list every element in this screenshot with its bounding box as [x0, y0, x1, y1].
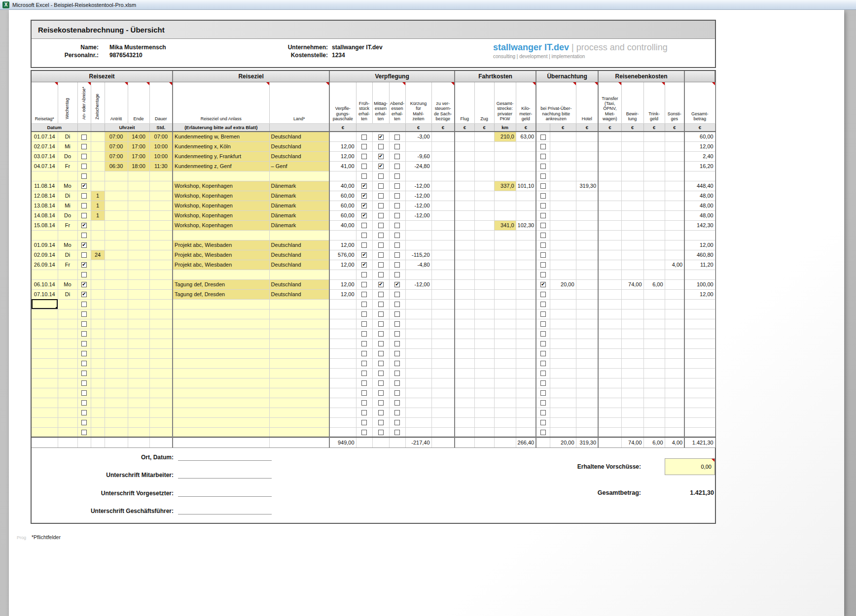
cell-km_total[interactable] — [494, 270, 516, 279]
cell-train[interactable] — [474, 230, 494, 240]
cell-country[interactable] — [269, 309, 329, 319]
travel-checkbox[interactable] — [81, 292, 87, 297]
cell-weekday[interactable] — [58, 398, 77, 408]
cell-weekday[interactable] — [58, 378, 77, 388]
cell-benefits[interactable] — [431, 368, 455, 378]
cell-km_total[interactable] — [494, 210, 516, 220]
cell-other[interactable] — [665, 339, 684, 348]
cell-other[interactable] — [665, 348, 684, 358]
cell-lunch_cb[interactable] — [372, 230, 389, 240]
lunch-checkbox[interactable] — [378, 410, 384, 415]
cell-travel_cb[interactable] — [77, 329, 91, 339]
cell-km_money[interactable] — [516, 309, 536, 319]
cell-benefits[interactable] — [431, 161, 455, 171]
cell-dinner_cb[interactable] — [389, 240, 405, 250]
cell-total[interactable] — [684, 270, 715, 279]
cell-lunch_cb[interactable] — [372, 299, 389, 309]
cell-flight[interactable] — [455, 191, 474, 201]
cell-interim[interactable] — [91, 319, 105, 329]
cell-country[interactable]: Dänemark — [269, 201, 329, 210]
cell-km_total[interactable] — [494, 398, 516, 408]
cell-reduction[interactable]: -24,80 — [405, 161, 431, 171]
cell-catering[interactable] — [621, 339, 643, 348]
cell-benefits[interactable] — [431, 289, 455, 299]
cell-weekday[interactable]: Di — [58, 191, 77, 201]
cell-private_cb[interactable] — [536, 289, 550, 299]
cell-tip[interactable] — [643, 181, 665, 191]
cell-benefits[interactable] — [431, 250, 455, 260]
cell-private_cb[interactable] — [536, 427, 550, 437]
cell-km_money[interactable] — [516, 141, 536, 151]
cell-catering[interactable] — [621, 319, 643, 329]
cell-date[interactable] — [32, 388, 58, 398]
cell-reduction[interactable]: -12,00 — [405, 210, 431, 220]
cell-tip[interactable] — [643, 230, 665, 240]
dinner-checkbox[interactable] — [394, 252, 400, 258]
cell-duration[interactable] — [149, 329, 173, 339]
cell-purpose[interactable] — [173, 230, 269, 240]
cell-tip[interactable] — [643, 250, 665, 260]
cell-tip[interactable] — [643, 398, 665, 408]
cell-allowance[interactable]: 12,00 — [329, 240, 356, 250]
breakfast-checkbox[interactable] — [361, 321, 367, 327]
cell-km_total[interactable] — [494, 348, 516, 358]
travel-checkbox[interactable] — [81, 341, 87, 346]
lunch-checkbox[interactable] — [378, 420, 384, 425]
cell-dinner_cb[interactable] — [389, 270, 405, 279]
cell-dinner_cb[interactable] — [389, 141, 405, 151]
cell-hotel[interactable] — [576, 339, 598, 348]
private-checkbox[interactable] — [540, 164, 546, 169]
cell-lunch_cb[interactable] — [372, 279, 389, 289]
travel-checkbox[interactable] — [81, 390, 87, 396]
cell-other[interactable] — [665, 319, 684, 329]
cell-purpose[interactable]: Tagung def, Dresden — [173, 279, 269, 289]
cell-other[interactable] — [665, 161, 684, 171]
cell-country[interactable]: Deutschland — [269, 289, 329, 299]
dinner-checkbox[interactable] — [394, 400, 400, 406]
cell-weekday[interactable]: Di — [58, 289, 77, 299]
cell-end[interactable] — [128, 378, 149, 388]
cell-duration[interactable] — [149, 270, 173, 279]
cell-reduction[interactable] — [405, 348, 431, 358]
breakfast-checkbox[interactable] — [361, 292, 367, 297]
cell-tip[interactable] — [643, 141, 665, 151]
lunch-checkbox[interactable] — [378, 144, 384, 149]
travel-checkbox[interactable] — [81, 193, 87, 199]
cell-total[interactable]: 48,00 — [684, 210, 715, 220]
cell-private_cb[interactable] — [536, 279, 550, 289]
cell-reduction[interactable]: -4,80 — [405, 260, 431, 270]
cell-lunch_cb[interactable] — [372, 171, 389, 181]
cell-lunch_cb[interactable] — [372, 378, 389, 388]
cell-end[interactable] — [128, 171, 149, 181]
cell-date[interactable] — [32, 378, 58, 388]
lunch-checkbox[interactable] — [378, 233, 384, 238]
cell-interim[interactable] — [91, 279, 105, 289]
dinner-checkbox[interactable] — [394, 371, 400, 376]
cell-end[interactable] — [128, 250, 149, 260]
cell-train[interactable] — [474, 417, 494, 427]
cell-private_cb[interactable] — [536, 181, 550, 191]
cell-tip[interactable] — [643, 339, 665, 348]
cell-transfer[interactable] — [598, 289, 621, 299]
cell-travel_cb[interactable] — [77, 201, 91, 210]
travel-checkbox[interactable] — [81, 321, 87, 327]
cell-breakfast_cb[interactable] — [356, 171, 372, 181]
cell-allowance[interactable]: 12,00 — [329, 260, 356, 270]
cell-duration[interactable] — [149, 309, 173, 319]
cell-date[interactable]: 15.08.14 — [32, 220, 58, 230]
cell-benefits[interactable] — [431, 348, 455, 358]
cell-flight[interactable] — [455, 240, 474, 250]
travel-checkbox[interactable] — [81, 282, 87, 287]
cell-transfer[interactable] — [598, 378, 621, 388]
cell-tip[interactable] — [643, 388, 665, 398]
cell-flight[interactable] — [455, 319, 474, 329]
travel-checkbox[interactable] — [81, 380, 87, 386]
cell-weekday[interactable]: Do — [58, 151, 77, 161]
cell-lunch_cb[interactable] — [372, 427, 389, 437]
cell-start[interactable]: 07:00 — [105, 132, 128, 141]
cell-allowance[interactable] — [329, 427, 356, 437]
travel-checkbox[interactable] — [81, 242, 87, 248]
cell-transfer[interactable] — [598, 398, 621, 408]
cell-end[interactable] — [128, 309, 149, 319]
cell-country[interactable] — [269, 348, 329, 358]
